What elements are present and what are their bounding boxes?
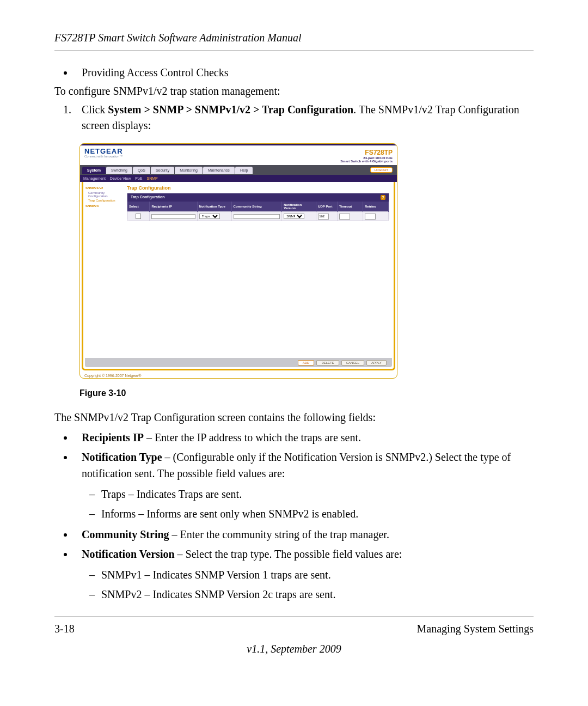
community-string-input[interactable] xyxy=(234,214,280,219)
netgear-logo: NETGEAR Connect with Innovation™ xyxy=(84,148,123,158)
sidebar-item-community[interactable]: Community Configuration xyxy=(88,191,125,198)
footer-rule xyxy=(54,617,534,617)
apply-button[interactable]: APPLY xyxy=(366,360,387,366)
delete-button[interactable]: DELETE xyxy=(316,360,339,366)
main-tab-bar: System Switching QoS Security Monitoring… xyxy=(80,165,397,175)
bottom-button-bar: ADD DELETE CANCEL APPLY xyxy=(85,358,392,367)
col-notification-type: Notification Type xyxy=(197,202,231,212)
footer-page-number: 3-18 xyxy=(54,623,75,635)
row-select-checkbox[interactable] xyxy=(136,214,141,219)
col-community-string: Community String xyxy=(231,202,282,212)
screenshot-figure: NETGEAR Connect with Innovation™ FS728TP… xyxy=(79,143,397,379)
logout-button[interactable]: LOGOUT xyxy=(370,167,393,173)
cancel-button[interactable]: CANCEL xyxy=(341,360,364,366)
retries-input[interactable] xyxy=(365,214,376,220)
add-button[interactable]: ADD xyxy=(298,360,315,366)
notification-version-select[interactable]: SNMPv1 xyxy=(284,214,304,219)
col-recipients-ip: Recipients IP xyxy=(150,202,197,212)
subtab-device-view[interactable]: Device View xyxy=(110,176,131,180)
table-header-row: Select Recipients IP Notification Type C… xyxy=(127,202,389,212)
col-retries: Retries xyxy=(363,202,389,212)
tab-system[interactable]: System xyxy=(82,167,106,174)
col-timeout: Timeout xyxy=(338,202,363,212)
step-1: Click System > SNMP > SNMPv1/v2 > Trap C… xyxy=(74,102,534,133)
recipients-ip-input[interactable] xyxy=(151,214,195,219)
udp-port-input[interactable] xyxy=(318,214,329,220)
subtab-snmp[interactable]: SNMP xyxy=(146,176,157,180)
sidebar: SNMPv1/v2 Community Configuration Trap C… xyxy=(83,182,127,369)
field-recipients-ip: Recipients IP – Enter the IP address to … xyxy=(74,429,534,446)
bullet-providing-access: Providing Access Control Checks xyxy=(74,64,534,81)
brand-row: NETGEAR Connect with Innovation™ FS728TP… xyxy=(80,145,397,165)
copyright-text: Copyright © 1996-2007 Netgear® xyxy=(80,372,397,379)
trap-config-table: Select Recipients IP Notification Type C… xyxy=(127,202,389,221)
header-rule xyxy=(54,51,534,51)
timeout-input[interactable] xyxy=(339,214,350,220)
step-list: Click System > SNMP > SNMPv1/v2 > Trap C… xyxy=(54,102,534,133)
subtab-poe[interactable]: PoE xyxy=(135,176,142,180)
help-icon[interactable]: ? xyxy=(381,195,385,200)
product-label: FS728TP 24-port 10/100 PoE Smart Switch … xyxy=(340,148,393,163)
footer-row: 3-18 Managing System Settings xyxy=(54,623,534,635)
tab-help[interactable]: Help xyxy=(235,167,253,174)
doc-header-title: FS728TP Smart Switch Software Administra… xyxy=(54,32,534,44)
field-notification-type: Notification Type – (Configurable only i… xyxy=(74,449,534,522)
panel-title: Trap Configuration xyxy=(127,185,389,191)
footer-section-title: Managing System Settings xyxy=(417,623,534,635)
table-row: Traps SNMPv1 xyxy=(127,212,389,221)
footer-version: v1.1, September 2009 xyxy=(54,643,534,655)
sub-traps: Traps – Indicates Traps are sent. xyxy=(101,486,534,502)
field-community-string: Community String – Enter the community s… xyxy=(74,526,534,543)
intro-line: To configure SNMPv1/v2 trap station mana… xyxy=(54,85,534,98)
step1-pre: Click xyxy=(82,104,108,115)
trap-config-panel: Trap Configuration ? Select Recipients I… xyxy=(127,193,389,221)
sub-snmpv2: SNMPv2 – Indicates SNMP Version 2c traps… xyxy=(101,586,534,602)
sidebar-item-trap-config[interactable]: Trap Configuration xyxy=(88,199,125,202)
col-select: Select xyxy=(127,202,150,212)
sidebar-head-snmpv3[interactable]: SNMPv3 xyxy=(85,204,125,208)
tab-maintenance[interactable]: Maintenance xyxy=(203,167,235,174)
field-bullets: Recipients IP – Enter the IP address to … xyxy=(54,429,534,602)
panel-inner-title: Trap Configuration xyxy=(131,195,165,200)
col-notification-version: Notification Version xyxy=(282,202,316,212)
col-udp-port: UDP Port xyxy=(316,202,338,212)
sub-snmpv1: SNMPv1 – Indicates SNMP Version 1 traps … xyxy=(101,567,534,583)
sub-tab-bar: Management Device View PoE SNMP xyxy=(80,175,397,182)
field-notification-version: Notification Version – Select the trap t… xyxy=(74,546,534,602)
bullets-top: Providing Access Control Checks xyxy=(54,64,534,81)
tab-qos[interactable]: QoS xyxy=(133,167,150,174)
figure-caption: Figure 3-10 xyxy=(79,388,534,398)
after-figure-text: The SNMPv1/v2 Trap Configuration screen … xyxy=(54,411,534,424)
tab-monitoring[interactable]: Monitoring xyxy=(175,167,203,174)
tab-security[interactable]: Security xyxy=(151,167,174,174)
tab-switching[interactable]: Switching xyxy=(106,167,132,174)
step1-bold: System > SNMP > SNMPv1/v2 > Trap Configu… xyxy=(108,104,353,115)
sidebar-head-snmpv1v2[interactable]: SNMPv1/v2 xyxy=(85,186,125,190)
subtab-management[interactable]: Management xyxy=(83,176,106,180)
sub-informs: Informs – Informs are sent only when SNM… xyxy=(101,506,534,522)
notification-type-select[interactable]: Traps xyxy=(199,214,220,219)
